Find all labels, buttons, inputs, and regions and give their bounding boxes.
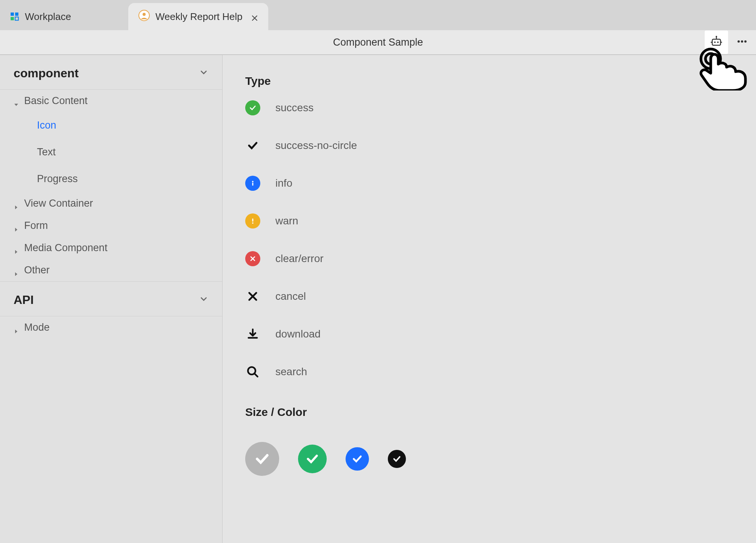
svg-point-19 <box>252 222 254 224</box>
type-row-info: info <box>245 176 733 191</box>
type-label: cancel <box>275 290 306 302</box>
triangle-right-icon <box>14 245 19 251</box>
svg-rect-0 <box>11 12 14 16</box>
type-label: clear/error <box>275 253 324 265</box>
svg-rect-18 <box>252 219 254 222</box>
svg-point-7 <box>714 41 716 43</box>
info-icon <box>245 176 260 191</box>
svg-point-16 <box>252 181 254 183</box>
triangle-right-icon <box>14 201 19 206</box>
type-row-download: download <box>245 327 733 342</box>
svg-point-13 <box>738 40 740 43</box>
tab-weekly-report-label: Weekly Report Help <box>155 11 243 23</box>
type-row-cancel: cancel <box>245 289 733 304</box>
type-row-search: search <box>245 364 733 379</box>
triangle-down-icon <box>14 98 19 104</box>
tab-weekly-report[interactable]: Weekly Report Help <box>128 3 268 30</box>
svg-point-5 <box>143 13 146 16</box>
type-row-warn: warn <box>245 213 733 229</box>
sidebar-group-media[interactable]: Media Component <box>0 237 222 259</box>
sidebar-section-api[interactable]: API <box>0 281 222 316</box>
chevron-down-icon <box>199 293 209 307</box>
size-sample-xsmall-black <box>388 450 406 468</box>
type-row-success-no-circle: success-no-circle <box>245 138 733 153</box>
type-label: success-no-circle <box>275 140 357 152</box>
sidebar-group-other[interactable]: Other <box>0 259 222 281</box>
robot-icon <box>710 35 723 50</box>
sidebar-section-component[interactable]: component <box>0 55 222 90</box>
app-avatar-icon <box>138 9 150 24</box>
svg-rect-6 <box>712 39 721 45</box>
size-sample-large-grey <box>245 442 279 476</box>
sidebar-group-other-label: Other <box>24 264 50 276</box>
sidebar-group-mode[interactable]: Mode <box>0 316 222 339</box>
tab-workplace[interactable]: Workplace <box>0 3 128 30</box>
sidebar-item-text[interactable]: Text <box>0 139 222 166</box>
type-label: search <box>275 366 307 378</box>
size-sample-medium-green <box>298 445 327 473</box>
type-row-success: success <box>245 100 733 115</box>
svg-rect-3 <box>15 17 18 20</box>
tabbar: Workplace Weekly Report Help <box>0 0 756 30</box>
svg-rect-17 <box>252 183 254 186</box>
sidebar-group-media-label: Media Component <box>24 242 108 254</box>
section-type-heading: Type <box>245 75 733 87</box>
chevron-down-icon <box>199 66 209 80</box>
triangle-right-icon <box>14 223 19 229</box>
sidebar-group-mode-label: Mode <box>24 322 50 333</box>
sidebar-group-view-container[interactable]: View Container <box>0 192 222 215</box>
sidebar-section-component-label: component <box>14 66 78 80</box>
sidebar-item-icon[interactable]: Icon <box>0 112 222 139</box>
size-sample-small-blue <box>346 447 369 471</box>
check-icon <box>245 138 260 153</box>
page-title: Component Sample <box>333 37 423 48</box>
section-size-heading: Size / Color <box>245 406 733 419</box>
triangle-right-icon <box>14 268 19 273</box>
sidebar-section-api-label: API <box>14 293 34 307</box>
sidebar-group-basic-content[interactable]: Basic Content <box>0 90 222 112</box>
close-icon[interactable] <box>251 13 258 20</box>
type-label: success <box>275 102 313 114</box>
sidebar-item-progress[interactable]: Progress <box>0 166 222 192</box>
success-icon <box>245 100 260 115</box>
search-icon <box>245 364 260 379</box>
svg-rect-1 <box>15 12 18 16</box>
grid-icon <box>10 12 20 21</box>
svg-point-15 <box>744 40 747 43</box>
content: Type success success-no-circle info warn <box>223 55 756 543</box>
svg-point-14 <box>741 40 743 43</box>
type-label: info <box>275 177 292 189</box>
download-icon <box>245 327 260 342</box>
size-color-row <box>245 431 733 476</box>
warn-icon <box>245 213 260 229</box>
more-icon[interactable] <box>736 36 748 49</box>
type-row-clear-error: clear/error <box>245 251 733 266</box>
sidebar-group-form-label: Form <box>24 220 48 232</box>
sidebar: component Basic Content Icon Text Progre… <box>0 55 223 543</box>
triangle-right-icon <box>14 325 19 330</box>
sidebar-group-basic-label: Basic Content <box>24 95 88 107</box>
type-label: warn <box>275 215 298 227</box>
cancel-icon <box>245 289 260 304</box>
toolbar-actions <box>705 31 748 54</box>
bot-button[interactable] <box>705 31 728 54</box>
svg-point-8 <box>717 41 719 43</box>
type-label: download <box>275 328 321 340</box>
toolbar: Component Sample <box>0 30 756 55</box>
sidebar-group-form[interactable]: Form <box>0 215 222 237</box>
error-icon <box>245 251 260 266</box>
sidebar-group-view-label: View Container <box>24 198 93 209</box>
svg-rect-2 <box>11 17 14 20</box>
tab-workplace-label: Workplace <box>25 11 71 23</box>
svg-point-10 <box>716 36 717 37</box>
